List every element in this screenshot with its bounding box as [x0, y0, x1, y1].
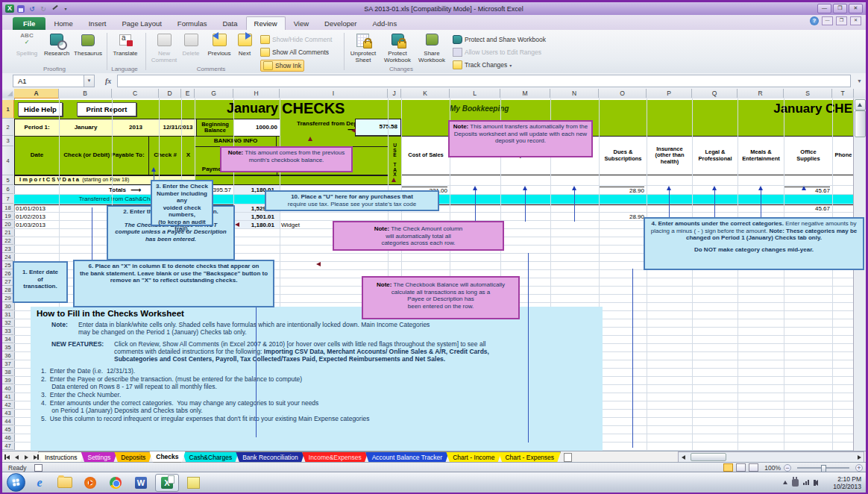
period-label-cell[interactable]: Period 1: — [14, 119, 60, 137]
network-icon[interactable] — [803, 480, 809, 485]
taskbar-clock[interactable]: 2:10 PM 10/2/2013 — [833, 475, 861, 490]
ribbon-tab-file[interactable]: File — [13, 17, 45, 30]
row-header-4[interactable]: 4 — [2, 146, 13, 175]
unprotect-sheet-button[interactable]: Unprotect Sheet — [347, 32, 380, 66]
row18-office[interactable]: 45.67 — [784, 205, 830, 212]
track-changes-button[interactable]: Track Changes ▾ — [453, 60, 512, 70]
start-button[interactable] — [7, 473, 25, 492]
hide-help-button[interactable]: Hide Help — [18, 102, 63, 116]
delete-comment-button[interactable]: Delete — [178, 32, 204, 66]
sheet-tab-income-expenses[interactable]: Income&Expenses — [302, 451, 368, 463]
sheet-tab-cash-charges[interactable]: Cash&Charges — [183, 451, 239, 463]
row-header-42[interactable]: 42 — [2, 401, 13, 409]
translate-button[interactable]: Translate — [110, 32, 141, 66]
ink-pen-icon[interactable] — [50, 4, 59, 13]
sheet-tab-chart-income[interactable]: Chart - Income — [446, 451, 501, 463]
date-cell[interactable]: 12/31/2013 — [159, 119, 197, 137]
row-header-7[interactable]: 7 — [2, 194, 13, 204]
ribbon-tab-formulas[interactable]: Formulas — [170, 17, 215, 30]
tab-nav-first-icon[interactable] — [2, 451, 12, 463]
column-header-T[interactable]: T — [832, 89, 854, 98]
scroll-up-icon[interactable] — [855, 99, 866, 110]
row18-date[interactable]: 01/01/2013 — [16, 205, 45, 212]
column-header-J[interactable]: J — [388, 89, 401, 98]
minimize-button[interactable]: — — [817, 4, 831, 13]
page-break-view-icon[interactable] — [749, 463, 758, 472]
workbook-close-button[interactable]: ✕ — [850, 16, 861, 25]
column-header-E[interactable]: E — [181, 89, 195, 98]
year-cell[interactable]: 2013 — [112, 119, 160, 137]
taskbar-ie-button[interactable]: e — [28, 475, 51, 491]
help-icon[interactable]: ? — [810, 16, 819, 25]
zoom-in-icon[interactable]: + — [855, 464, 863, 472]
row-header-19[interactable]: 19 — [2, 212, 13, 220]
power-icon[interactable] — [792, 479, 799, 487]
row-header-29[interactable]: 29 — [2, 294, 13, 302]
sheet-tab-instructions[interactable]: Instructions — [38, 451, 84, 463]
column-header-K[interactable]: K — [401, 89, 450, 98]
beginning-balance-value[interactable]: 1000.00 — [233, 119, 280, 137]
row-header-38[interactable]: 38 — [2, 368, 13, 376]
column-header-C[interactable]: C — [112, 89, 159, 98]
allow-users-edit-ranges-button[interactable]: Allow Users to Edit Ranges — [453, 47, 541, 57]
row-header-44[interactable]: 44 — [2, 417, 13, 425]
row-header-27[interactable]: 27 — [2, 278, 13, 286]
macro-record-icon[interactable] — [34, 464, 43, 472]
column-header-M[interactable]: M — [500, 89, 550, 98]
taskbar-explorer-button[interactable] — [54, 475, 76, 491]
row-header-33[interactable]: 33 — [2, 327, 13, 335]
taskbar-media-player-button[interactable] — [79, 475, 101, 491]
sheet-tab-deposits[interactable]: Deposits — [114, 451, 152, 463]
row-header-41[interactable]: 41 — [2, 393, 13, 401]
column-header-R[interactable]: R — [738, 89, 784, 98]
month-cell[interactable]: January — [59, 119, 113, 137]
column-header-N[interactable]: N — [550, 89, 599, 98]
row-header-1[interactable]: 1 — [2, 100, 15, 119]
row-header-23[interactable]: 23 — [2, 245, 13, 253]
row-header-35[interactable]: 35 — [2, 343, 13, 351]
column-header-Q[interactable]: Q — [692, 89, 738, 98]
select-all-corner[interactable] — [2, 89, 15, 98]
row-header-22[interactable]: 22 — [2, 237, 13, 245]
research-button[interactable]: Research — [41, 32, 72, 66]
row-header-5[interactable]: 5 — [2, 175, 13, 185]
row-header-32[interactable]: 32 — [2, 319, 13, 327]
sheet-tab-account-balance-tracker[interactable]: Account Balance Tracker — [365, 451, 450, 463]
column-header-L[interactable]: L — [450, 89, 500, 98]
column-header-S[interactable]: S — [784, 89, 832, 98]
maximize-button[interactable]: ❐ — [833, 4, 847, 13]
row-header-21[interactable]: 21 — [2, 228, 13, 237]
thesaurus-button[interactable]: Thesaurus — [72, 32, 104, 66]
normal-view-icon[interactable] — [723, 463, 733, 472]
share-workbook-button[interactable]: Share Workbook — [415, 32, 448, 66]
sheet-tab-checks[interactable]: Checks — [149, 451, 185, 463]
column-header-B[interactable]: B — [59, 89, 112, 98]
row-header-47[interactable]: 47 — [2, 442, 13, 450]
excel-logo-icon[interactable]: X — [5, 4, 14, 13]
sheet-tab-bank-reconciliation[interactable]: Bank Reconciliation — [236, 451, 305, 463]
row-header-40[interactable]: 40 — [2, 384, 13, 393]
scroll-left-icon[interactable] — [679, 453, 688, 461]
ribbon-tab-data[interactable]: Data — [215, 17, 245, 30]
qat-dropdown-icon[interactable]: ▾ — [61, 4, 70, 13]
zoom-level[interactable]: 100% — [764, 464, 781, 472]
ribbon-tab-developer[interactable]: Developer — [317, 17, 364, 30]
tab-nav-prev-icon[interactable] — [12, 451, 22, 463]
workbook-restore-button[interactable]: ❐ — [836, 16, 847, 25]
hidden-icons-icon[interactable] — [783, 481, 787, 484]
ribbon-tab-add-ins[interactable]: Add-Ins — [365, 17, 404, 30]
show-ink-button[interactable]: Show Ink — [260, 60, 304, 72]
row20-description[interactable]: Widget — [281, 222, 300, 228]
horizontal-scroll-thumb[interactable] — [691, 453, 726, 461]
spelling-button[interactable]: ABC✓ Spelling — [11, 32, 43, 66]
row-header-43[interactable]: 43 — [2, 409, 13, 417]
row-header-6[interactable]: 6 — [2, 185, 13, 194]
column-header-G[interactable]: G — [195, 89, 233, 98]
row-header-46[interactable]: 46 — [2, 434, 13, 442]
page-layout-view-icon[interactable] — [736, 463, 746, 472]
row-header-37[interactable]: 37 — [2, 360, 13, 368]
zoom-slider-thumb[interactable] — [821, 465, 826, 472]
protect-share-workbook-button[interactable]: Protect and Share Workbook — [453, 34, 546, 45]
column-header-O[interactable]: O — [599, 89, 647, 98]
workbook-minimize-button[interactable]: — — [822, 16, 833, 25]
